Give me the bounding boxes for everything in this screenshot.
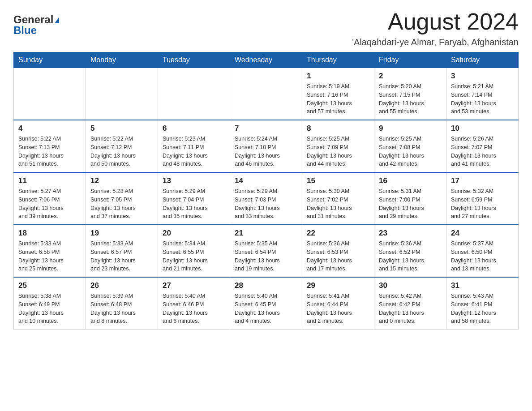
day-number: 7 (235, 124, 297, 133)
logo-triangle-icon (55, 17, 59, 23)
day-info: Sunrise: 5:34 AM Sunset: 6:55 PM Dayligh… (163, 240, 225, 273)
day-info: Sunrise: 5:19 AM Sunset: 7:16 PM Dayligh… (307, 82, 369, 116)
day-number: 26 (90, 281, 153, 290)
day-info: Sunrise: 5:32 AM Sunset: 6:59 PM Dayligh… (451, 187, 514, 221)
day-info: Sunrise: 5:42 AM Sunset: 6:42 PM Dayligh… (379, 292, 442, 325)
day-number: 12 (90, 176, 153, 185)
day-info: Sunrise: 5:29 AM Sunset: 7:03 PM Dayligh… (235, 187, 297, 221)
calendar-cell (158, 68, 230, 120)
calendar-cell: 21Sunrise: 5:35 AM Sunset: 6:54 PM Dayli… (230, 225, 302, 277)
logo: General Blue (13, 13, 59, 37)
day-number: 24 (451, 229, 514, 238)
calendar-cell: 30Sunrise: 5:42 AM Sunset: 6:42 PM Dayli… (374, 277, 446, 330)
day-number: 22 (307, 229, 369, 238)
title-area: August 2024 'Alaqahdari-ye Almar, Faryab… (352, 9, 519, 47)
day-number: 5 (90, 124, 153, 133)
day-number: 11 (18, 176, 81, 185)
day-info: Sunrise: 5:38 AM Sunset: 6:49 PM Dayligh… (18, 292, 81, 325)
weekday-header-tuesday: Tuesday (158, 52, 230, 68)
day-info: Sunrise: 5:29 AM Sunset: 7:04 PM Dayligh… (163, 187, 225, 221)
day-info: Sunrise: 5:26 AM Sunset: 7:07 PM Dayligh… (451, 135, 514, 168)
week-row-2: 4Sunrise: 5:22 AM Sunset: 7:13 PM Daylig… (14, 120, 519, 172)
week-row-4: 18Sunrise: 5:33 AM Sunset: 6:58 PM Dayli… (14, 225, 519, 277)
calendar-cell: 16Sunrise: 5:31 AM Sunset: 7:00 PM Dayli… (374, 172, 446, 225)
day-number: 17 (451, 176, 514, 185)
day-info: Sunrise: 5:31 AM Sunset: 7:00 PM Dayligh… (379, 187, 442, 221)
day-info: Sunrise: 5:28 AM Sunset: 7:05 PM Dayligh… (90, 187, 153, 221)
day-number: 31 (451, 281, 514, 290)
calendar-cell: 12Sunrise: 5:28 AM Sunset: 7:05 PM Dayli… (86, 172, 158, 225)
day-info: Sunrise: 5:30 AM Sunset: 7:02 PM Dayligh… (307, 187, 369, 221)
day-number: 15 (307, 176, 369, 185)
calendar-cell: 25Sunrise: 5:38 AM Sunset: 6:49 PM Dayli… (14, 277, 86, 330)
day-info: Sunrise: 5:41 AM Sunset: 6:44 PM Dayligh… (307, 292, 369, 325)
calendar-cell: 2Sunrise: 5:20 AM Sunset: 7:15 PM Daylig… (374, 68, 446, 120)
day-info: Sunrise: 5:22 AM Sunset: 7:13 PM Dayligh… (18, 135, 81, 168)
calendar-cell: 3Sunrise: 5:21 AM Sunset: 7:14 PM Daylig… (446, 68, 519, 120)
day-info: Sunrise: 5:25 AM Sunset: 7:08 PM Dayligh… (379, 135, 442, 168)
calendar-cell: 20Sunrise: 5:34 AM Sunset: 6:55 PM Dayli… (158, 225, 230, 277)
day-number: 13 (163, 176, 225, 185)
weekday-header-saturday: Saturday (446, 52, 519, 68)
week-row-1: 1Sunrise: 5:19 AM Sunset: 7:16 PM Daylig… (14, 68, 519, 120)
day-info: Sunrise: 5:39 AM Sunset: 6:48 PM Dayligh… (90, 292, 153, 325)
calendar-cell: 24Sunrise: 5:37 AM Sunset: 6:50 PM Dayli… (446, 225, 519, 277)
day-number: 23 (379, 229, 442, 238)
calendar-cell: 14Sunrise: 5:29 AM Sunset: 7:03 PM Dayli… (230, 172, 302, 225)
calendar-cell (86, 68, 158, 120)
day-number: 18 (18, 229, 81, 238)
day-info: Sunrise: 5:22 AM Sunset: 7:12 PM Dayligh… (90, 135, 153, 168)
calendar-cell: 19Sunrise: 5:33 AM Sunset: 6:57 PM Dayli… (86, 225, 158, 277)
day-number: 9 (379, 124, 442, 133)
calendar-cell: 11Sunrise: 5:27 AM Sunset: 7:06 PM Dayli… (14, 172, 86, 225)
calendar-cell: 10Sunrise: 5:26 AM Sunset: 7:07 PM Dayli… (446, 120, 519, 172)
day-info: Sunrise: 5:23 AM Sunset: 7:11 PM Dayligh… (163, 135, 225, 168)
day-number: 19 (90, 229, 153, 238)
calendar-cell: 23Sunrise: 5:36 AM Sunset: 6:52 PM Dayli… (374, 225, 446, 277)
day-info: Sunrise: 5:35 AM Sunset: 6:54 PM Dayligh… (235, 240, 297, 273)
weekday-header-friday: Friday (374, 52, 446, 68)
day-number: 6 (163, 124, 225, 133)
day-info: Sunrise: 5:36 AM Sunset: 6:53 PM Dayligh… (307, 240, 369, 273)
day-info: Sunrise: 5:33 AM Sunset: 6:57 PM Dayligh… (90, 240, 153, 273)
day-number: 8 (307, 124, 369, 133)
logo-blue-text: Blue (13, 24, 37, 37)
calendar-cell: 15Sunrise: 5:30 AM Sunset: 7:02 PM Dayli… (302, 172, 374, 225)
calendar-table: SundayMondayTuesdayWednesdayThursdayFrid… (13, 52, 519, 330)
day-number: 27 (163, 281, 225, 290)
day-number: 16 (379, 176, 442, 185)
day-info: Sunrise: 5:20 AM Sunset: 7:15 PM Dayligh… (379, 82, 442, 116)
weekday-header-sunday: Sunday (14, 52, 86, 68)
day-number: 25 (18, 281, 81, 290)
calendar-cell: 9Sunrise: 5:25 AM Sunset: 7:08 PM Daylig… (374, 120, 446, 172)
day-info: Sunrise: 5:25 AM Sunset: 7:09 PM Dayligh… (307, 135, 369, 168)
day-number: 30 (379, 281, 442, 290)
day-info: Sunrise: 5:40 AM Sunset: 6:46 PM Dayligh… (163, 292, 225, 325)
day-number: 21 (235, 229, 297, 238)
day-number: 14 (235, 176, 297, 185)
calendar-cell: 1Sunrise: 5:19 AM Sunset: 7:16 PM Daylig… (302, 68, 374, 120)
weekday-header-monday: Monday (86, 52, 158, 68)
calendar-cell: 29Sunrise: 5:41 AM Sunset: 6:44 PM Dayli… (302, 277, 374, 330)
calendar-cell: 28Sunrise: 5:40 AM Sunset: 6:45 PM Dayli… (230, 277, 302, 330)
calendar-cell: 7Sunrise: 5:24 AM Sunset: 7:10 PM Daylig… (230, 120, 302, 172)
day-info: Sunrise: 5:33 AM Sunset: 6:58 PM Dayligh… (18, 240, 81, 273)
day-info: Sunrise: 5:37 AM Sunset: 6:50 PM Dayligh… (451, 240, 514, 273)
calendar-cell: 31Sunrise: 5:43 AM Sunset: 6:41 PM Dayli… (446, 277, 519, 330)
calendar-cell: 8Sunrise: 5:25 AM Sunset: 7:09 PM Daylig… (302, 120, 374, 172)
weekday-header-row: SundayMondayTuesdayWednesdayThursdayFrid… (14, 52, 519, 68)
weekday-header-thursday: Thursday (302, 52, 374, 68)
week-row-5: 25Sunrise: 5:38 AM Sunset: 6:49 PM Dayli… (14, 277, 519, 330)
day-number: 4 (18, 124, 81, 133)
day-info: Sunrise: 5:21 AM Sunset: 7:14 PM Dayligh… (451, 82, 514, 116)
day-info: Sunrise: 5:27 AM Sunset: 7:06 PM Dayligh… (18, 187, 81, 221)
calendar-cell: 13Sunrise: 5:29 AM Sunset: 7:04 PM Dayli… (158, 172, 230, 225)
day-number: 29 (307, 281, 369, 290)
week-row-3: 11Sunrise: 5:27 AM Sunset: 7:06 PM Dayli… (14, 172, 519, 225)
day-number: 10 (451, 124, 514, 133)
calendar-cell: 22Sunrise: 5:36 AM Sunset: 6:53 PM Dayli… (302, 225, 374, 277)
day-info: Sunrise: 5:43 AM Sunset: 6:41 PM Dayligh… (451, 292, 514, 325)
day-number: 20 (163, 229, 225, 238)
day-number: 3 (451, 72, 514, 81)
day-info: Sunrise: 5:36 AM Sunset: 6:52 PM Dayligh… (379, 240, 442, 273)
